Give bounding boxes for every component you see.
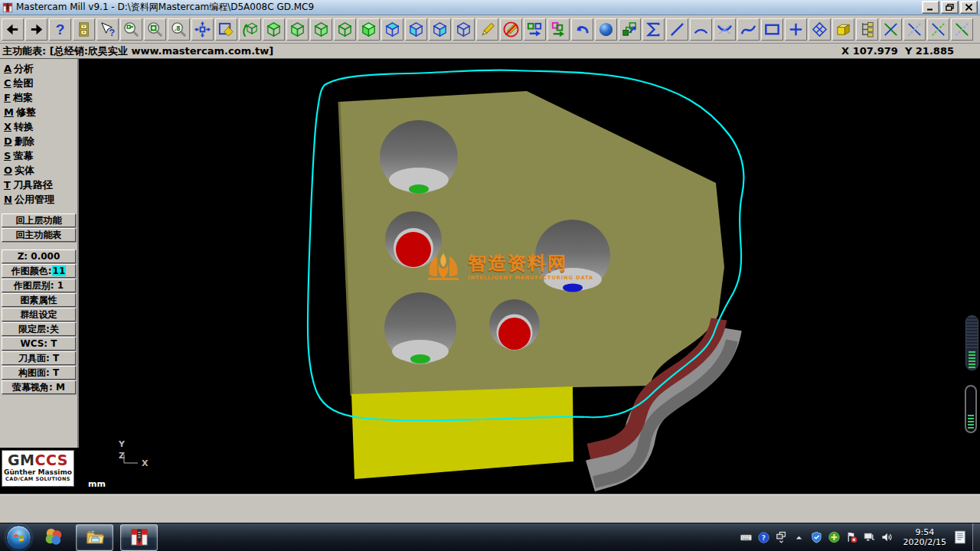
status-button-3[interactable]: 图素属性: [2, 293, 76, 307]
toolbar-create-solid-box-button[interactable]: [832, 18, 854, 41]
windows-flag-icon: [12, 531, 25, 544]
edge-widget-handle[interactable]: [965, 315, 978, 370]
pencil-no-icon: [502, 21, 520, 38]
toolbar-trim-three-button[interactable]: [927, 18, 949, 41]
clock[interactable]: 9:54 2020/2/15: [903, 527, 946, 547]
status-button-4[interactable]: 群组设定: [2, 308, 76, 321]
status-button-1[interactable]: 作图颜色:11: [2, 264, 76, 278]
toolbar-delete-button[interactable]: [500, 18, 522, 41]
undo-icon: [573, 21, 591, 38]
sidebar-menu-C[interactable]: C绘图: [0, 76, 77, 90]
toolbar-create-point-button[interactable]: [785, 18, 807, 41]
toolbar-file-cabinet-button[interactable]: [73, 18, 95, 41]
toolbar-dynamic-rotate-button[interactable]: [239, 18, 261, 41]
volume-icon: [880, 530, 893, 544]
status-value: 11: [52, 266, 67, 276]
axis-indicator: Y Z X: [118, 439, 149, 468]
taskbar-explorer-button[interactable]: [76, 524, 113, 551]
trim-curve-icon: [716, 21, 733, 38]
tray-volume-button[interactable]: [880, 531, 893, 544]
sidebar-menu-X[interactable]: X转换: [0, 119, 77, 134]
toolbar-gview-top-button[interactable]: [263, 18, 285, 41]
minimize-button[interactable]: [922, 1, 939, 14]
edge-widget-outline[interactable]: [965, 385, 977, 433]
close-button[interactable]: [960, 1, 978, 14]
minimize-icon: [926, 4, 935, 11]
sidebar-menu-M[interactable]: M修整: [0, 105, 77, 119]
sidebar-menu-T[interactable]: T刀具路径: [0, 178, 77, 192]
main-menu-button[interactable]: 回主功能表: [2, 228, 76, 242]
toolbar-expand-ops-button[interactable]: [619, 18, 641, 41]
toolbar-gview-shaded-button[interactable]: [358, 18, 380, 41]
toolbar-trim-one-button[interactable]: [880, 18, 902, 41]
journal-tray-button[interactable]: [952, 530, 968, 545]
toolbar-repaint-button[interactable]: [215, 18, 237, 41]
toolbar-job-setup-sigma-button[interactable]: [642, 18, 665, 41]
taskbar-pinwheel-app-button[interactable]: [38, 524, 69, 549]
status-value: 0.000: [31, 251, 60, 262]
start-button[interactable]: [6, 525, 31, 550]
toolbar-gview-side-button[interactable]: [310, 18, 332, 41]
toolbar-back-button[interactable]: [2, 18, 24, 41]
toolbar-analyze-cursor-button[interactable]: ?: [96, 18, 119, 41]
tray-security-shield-button[interactable]: [810, 531, 823, 544]
toolbar-cplane-front-button[interactable]: [405, 18, 427, 41]
restore-button[interactable]: [941, 1, 959, 14]
backup-menu-button[interactable]: 回上层功能: [2, 214, 76, 227]
action-center-flag-error-icon: [845, 530, 858, 544]
tray-window-restore-tray-button[interactable]: [775, 531, 788, 544]
status-button-0[interactable]: Z: 0.000: [2, 249, 76, 263]
status-button-5[interactable]: 限定层:关: [2, 322, 76, 336]
toolbar-create-line-button[interactable]: [666, 18, 688, 41]
toolbar-sketch-button[interactable]: [476, 18, 498, 41]
toolbar-gview-front-button[interactable]: [286, 18, 309, 41]
toolbar-cplane-top-button[interactable]: [381, 18, 403, 41]
show-desktop-button[interactable]: [972, 523, 980, 551]
taskbar-mastercam-button[interactable]: [120, 524, 158, 551]
toolbar-trim-curves-button[interactable]: [714, 18, 736, 41]
toolbar-trim-divide-button[interactable]: [951, 18, 973, 41]
toolbar-create-rectangle-button[interactable]: [761, 18, 783, 41]
tray-icon-strip: ?: [737, 531, 896, 544]
graphics-viewport[interactable]: Y Z X 智造资料网 INTELLIGENT MANUFACTURING DA…: [79, 59, 980, 494]
sidebar-menu-O[interactable]: O实体: [0, 163, 77, 178]
tray-network-button[interactable]: [863, 531, 876, 544]
toolbar-create-arc-button[interactable]: [690, 18, 712, 41]
main-menu-list: A分析C绘图F档案M修整X转换D删除S萤幕O实体T刀具路径N公用管理: [0, 61, 77, 207]
status-button-8[interactable]: 构图面: T: [2, 366, 76, 380]
toolbar-create-surface-button[interactable]: [808, 18, 831, 41]
squares-arrow-2-icon: [550, 21, 567, 38]
sidebar-menu-D[interactable]: D删除: [0, 134, 77, 148]
toolbar-cplane-side-button[interactable]: [429, 18, 451, 41]
toolbar-help-button[interactable]: ?: [49, 18, 71, 41]
sidebar-menu-A[interactable]: A分析: [0, 61, 77, 76]
toolbar-transform-entities-button[interactable]: [547, 18, 570, 41]
status-button-9[interactable]: 萤幕视角: M: [2, 380, 76, 394]
status-button-2[interactable]: 作图层别: 1: [2, 279, 76, 292]
toolbar-shade-button[interactable]: [595, 18, 617, 41]
status-button-7[interactable]: 刀具面: T: [2, 351, 76, 365]
toolbar-zoom-button[interactable]: [120, 18, 142, 41]
toolbar-gview-isometric-button[interactable]: [334, 18, 356, 41]
sidebar-menu-S[interactable]: S萤幕: [0, 148, 77, 163]
toolbar-forward-button[interactable]: [25, 18, 47, 41]
tray-show-hidden-icons-button[interactable]: [792, 531, 805, 544]
status-button-6[interactable]: WCS: T: [2, 337, 76, 350]
sidebar-menu-N[interactable]: N公用管理: [0, 192, 77, 207]
info-bar: 主功能表: [总经销:欣昊实业 www.mastercam.com.tw] X …: [0, 44, 980, 59]
toolbar-undo-button[interactable]: [571, 18, 593, 41]
toolbar-cplane-3d-button[interactable]: [452, 18, 475, 41]
toolbar-create-spline-button[interactable]: [737, 18, 760, 41]
axis-x-label: X: [142, 458, 149, 468]
tray-help-tray-button[interactable]: ?: [757, 531, 770, 544]
tray-action-center-flag-error-button[interactable]: [845, 531, 858, 544]
toolbar-operations-manager-button[interactable]: [856, 18, 878, 41]
toolbar-fit-pan-button[interactable]: [191, 18, 214, 41]
tray-green-plus-button[interactable]: [828, 531, 841, 544]
toolbar-unzoom-08-button[interactable]: .8: [168, 18, 190, 41]
toolbar-trim-two-button[interactable]: [903, 18, 926, 41]
tray-keyboard-button[interactable]: [740, 531, 753, 544]
toolbar-zoom-window-button[interactable]: [144, 18, 166, 41]
sidebar-menu-F[interactable]: F档案: [0, 90, 77, 105]
toolbar-copy-entities-button[interactable]: [524, 18, 546, 41]
